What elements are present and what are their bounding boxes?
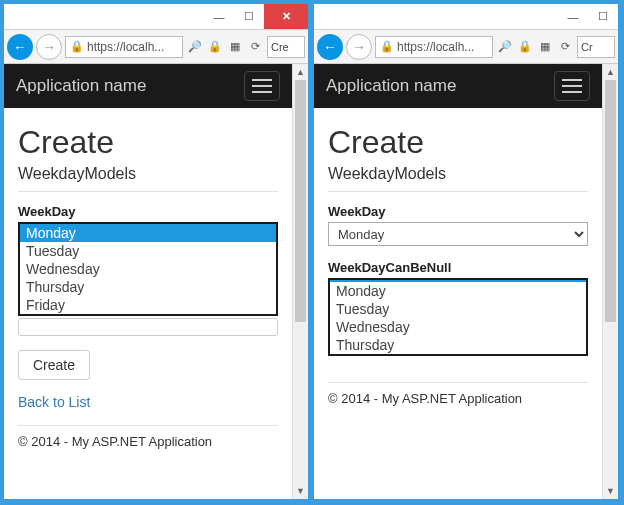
nav-icon-group: 🔎 🔒 ▦ ⟳: [496, 38, 574, 56]
vertical-scrollbar[interactable]: ▲ ▼: [602, 64, 618, 499]
listbox-option[interactable]: Wednesday: [20, 260, 276, 278]
tab-label: Cr: [581, 41, 593, 53]
browser-window-left: — ☐ ✕ ← → 🔒 https://localh... 🔎 🔒 ▦ ⟳ Cr…: [2, 2, 310, 501]
url-text: https://localh...: [397, 40, 474, 54]
minimize-button[interactable]: —: [558, 4, 588, 29]
listbox-option[interactable]: Monday: [20, 224, 276, 242]
page-subtitle: WeekdayModels: [328, 165, 588, 183]
browser-tab[interactable]: Cr: [577, 36, 615, 58]
app-name: Application name: [16, 76, 146, 96]
forward-button[interactable]: →: [36, 34, 62, 60]
page-viewport: Application name Create WeekdayModels We…: [314, 64, 602, 499]
search-dropdown-icon[interactable]: 🔎: [186, 38, 204, 56]
scroll-up-icon[interactable]: ▲: [603, 64, 618, 80]
url-text: https://localh...: [87, 40, 164, 54]
url-bar[interactable]: 🔒 https://localh...: [375, 36, 493, 58]
scroll-down-icon[interactable]: ▼: [603, 483, 618, 499]
url-bar[interactable]: 🔒 https://localh...: [65, 36, 183, 58]
minimize-button[interactable]: —: [204, 4, 234, 29]
listbox-option[interactable]: Monday: [330, 282, 586, 300]
lock-small-icon[interactable]: 🔒: [206, 38, 224, 56]
menu-toggle-button[interactable]: [244, 71, 280, 101]
app-header: Application name: [314, 64, 602, 108]
listbox-option[interactable]: Friday: [20, 296, 276, 314]
footer-separator: [328, 382, 588, 383]
browser-tab[interactable]: Cre: [267, 36, 305, 58]
create-button[interactable]: Create: [18, 350, 90, 380]
scroll-thumb[interactable]: [295, 80, 306, 322]
page-title: Create: [328, 124, 588, 161]
compat-icon[interactable]: ▦: [536, 38, 554, 56]
scroll-down-icon[interactable]: ▼: [293, 483, 308, 499]
page-viewport: Application name Create WeekdayModels We…: [4, 64, 292, 499]
footer-text: © 2014 - My ASP.NET Application: [18, 434, 278, 449]
page-subtitle: WeekdayModels: [18, 165, 278, 183]
app-name: Application name: [326, 76, 456, 96]
weekday-nullable-listbox[interactable]: Monday Tuesday Wednesday Thursday: [328, 278, 588, 356]
maximize-button[interactable]: ☐: [588, 4, 618, 29]
search-dropdown-icon[interactable]: 🔎: [496, 38, 514, 56]
listbox-option[interactable]: Wednesday: [330, 318, 586, 336]
title-bar: — ☐ ✕: [4, 4, 308, 30]
lock-icon: 🔒: [380, 40, 394, 53]
listbox-option[interactable]: Thursday: [20, 278, 276, 296]
listbox-option[interactable]: Tuesday: [20, 242, 276, 260]
separator: [328, 191, 588, 192]
nav-icon-group: 🔎 🔒 ▦ ⟳: [186, 38, 264, 56]
refresh-icon[interactable]: ⟳: [246, 38, 264, 56]
title-bar: — ☐: [314, 4, 618, 30]
back-button[interactable]: ←: [317, 34, 343, 60]
tab-label: Cre: [271, 41, 289, 53]
weekday-listbox[interactable]: Monday Tuesday Wednesday Thursday Friday: [18, 222, 278, 316]
menu-toggle-button[interactable]: [554, 71, 590, 101]
back-button[interactable]: ←: [7, 34, 33, 60]
lock-icon: 🔒: [70, 40, 84, 53]
app-header: Application name: [4, 64, 292, 108]
separator: [18, 191, 278, 192]
footer-text: © 2014 - My ASP.NET Application: [328, 391, 588, 406]
scroll-thumb[interactable]: [605, 80, 616, 322]
listbox-option[interactable]: Tuesday: [330, 300, 586, 318]
page-title: Create: [18, 124, 278, 161]
scroll-up-icon[interactable]: ▲: [293, 64, 308, 80]
browser-window-right: — ☐ ← → 🔒 https://localh... 🔎 🔒 ▦ ⟳ Cr A…: [312, 2, 620, 501]
refresh-icon[interactable]: ⟳: [556, 38, 574, 56]
vertical-scrollbar[interactable]: ▲ ▼: [292, 64, 308, 499]
weekday-select[interactable]: Monday: [328, 222, 588, 246]
compat-icon[interactable]: ▦: [226, 38, 244, 56]
close-button[interactable]: ✕: [264, 4, 308, 29]
input-edge: [18, 318, 278, 336]
weekday-nullable-label: WeekDayCanBeNull: [328, 260, 588, 275]
forward-button[interactable]: →: [346, 34, 372, 60]
nav-bar: ← → 🔒 https://localh... 🔎 🔒 ▦ ⟳ Cr: [314, 30, 618, 64]
weekday-label: WeekDay: [18, 204, 278, 219]
lock-small-icon[interactable]: 🔒: [516, 38, 534, 56]
nav-bar: ← → 🔒 https://localh... 🔎 🔒 ▦ ⟳ Cre: [4, 30, 308, 64]
back-to-list-link[interactable]: Back to List: [18, 394, 90, 410]
weekday-label: WeekDay: [328, 204, 588, 219]
footer-separator: [18, 425, 278, 426]
maximize-button[interactable]: ☐: [234, 4, 264, 29]
listbox-option[interactable]: Thursday: [330, 336, 586, 354]
